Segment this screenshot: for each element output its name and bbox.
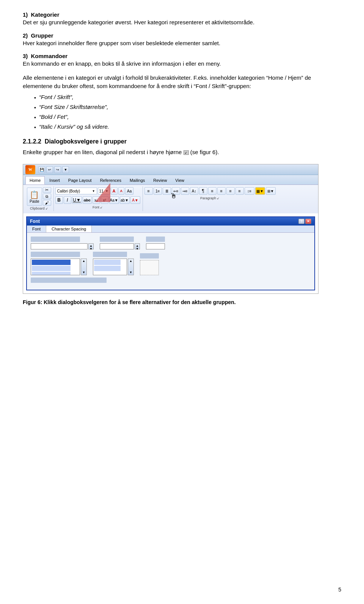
- para-row-1: ≡ 1≡ ≣ ⇐≡ ⇒≡ A↕ ¶: [144, 187, 207, 195]
- highlight-button[interactable]: ab▼: [120, 196, 130, 204]
- numbering-button[interactable]: 1≡: [154, 187, 162, 195]
- list-item: “Italic / Kursiv” og så videre.: [34, 123, 341, 131]
- list-item: “Font / Skrift”,: [34, 93, 341, 102]
- clipboard-group: 📋 Paste ✂ ⧉ 🖌 Clipboard ↙: [25, 186, 54, 211]
- font-dialog-body: ▲ ▼ ▲ ▼: [27, 233, 314, 290]
- paragraph-dialog-launcher[interactable]: ↙: [217, 197, 220, 200]
- tab-mailings[interactable]: Mailings: [126, 176, 149, 185]
- section-3-heading: 3) Kommandoer: [23, 53, 67, 59]
- subsection-text: Enkelte grupper har en liten, diagonal p…: [23, 148, 341, 157]
- quick-access-toolbar: 💾 ↩ ↪ ▼: [38, 166, 69, 173]
- text-effects-button[interactable]: Aa▼: [109, 196, 119, 204]
- dialog-scroll-field-2: ▲ ▼: [93, 252, 134, 275]
- justify-button[interactable]: ≡: [235, 187, 244, 195]
- section-kategorier: 1) Kategorier Det er sju grunnleggende k…: [23, 11, 341, 27]
- italic-button[interactable]: I: [64, 196, 71, 204]
- field-label-bar-3: [146, 237, 165, 242]
- font-dialog-launcher[interactable]: ↙: [100, 206, 103, 209]
- list-item: “Font Size / Skriftstørrelse”,: [34, 103, 341, 112]
- increase-indent-button[interactable]: ⇒≡: [181, 187, 189, 195]
- dialog-input-2[interactable]: [100, 243, 134, 249]
- dialog-input-3[interactable]: [146, 243, 165, 249]
- tab-insert[interactable]: Insert: [46, 176, 64, 185]
- dialog-row-2: ▲ ▼ ▲: [31, 252, 311, 275]
- tab-page-layout[interactable]: Page Layout: [64, 176, 96, 185]
- dialog-help-button[interactable]: ?: [298, 219, 304, 224]
- field-label-bar-2: [100, 237, 134, 242]
- decrease-indent-button[interactable]: ⇐≡: [172, 187, 180, 195]
- dialog-row-1: ▲ ▼ ▲ ▼: [31, 237, 311, 249]
- format-painter-button[interactable]: 🖌: [43, 200, 51, 206]
- section-1-text: Det er sju grunnleggende kategorier øver…: [23, 18, 341, 27]
- paragraph-label: Paragraph ↙: [144, 196, 276, 200]
- clipboard-label: Clipboard ↙: [27, 207, 51, 210]
- dotted-preview: [140, 260, 159, 275]
- font-group: Calibri (Body) ▼ 11 ▼ A A Aa B I: [54, 186, 143, 211]
- font-tab[interactable]: Font: [27, 226, 46, 232]
- dialog-field-3: [146, 237, 165, 249]
- dialog-controls: ? ✕: [298, 219, 311, 224]
- bold-button[interactable]: B: [55, 196, 63, 204]
- bullets-button[interactable]: ≡: [144, 187, 153, 195]
- clipboard-dialog-launcher[interactable]: ↙: [46, 207, 48, 210]
- dialog-input-1[interactable]: [31, 243, 88, 249]
- scroll-list-1[interactable]: [31, 259, 80, 275]
- multilevel-list-button[interactable]: ≣: [163, 187, 171, 195]
- ribbon-body: 📋 Paste ✂ ⧉ 🖌 Clipboard ↙: [23, 185, 318, 213]
- dialog-scroll-field-3: [140, 253, 159, 275]
- tab-review[interactable]: Review: [149, 176, 171, 185]
- font-size-dropdown[interactable]: 11 ▼: [98, 188, 110, 194]
- align-left-button[interactable]: ≡: [208, 187, 217, 195]
- redo-quick-btn[interactable]: ↪: [54, 166, 61, 173]
- section-kommandoer: 3) Kommandoer En kommando er en knapp, e…: [23, 53, 341, 68]
- font-name-dropdown[interactable]: Calibri (Body) ▼: [55, 188, 97, 194]
- shrink-font-button[interactable]: A: [118, 187, 125, 195]
- character-spacing-tab[interactable]: Character Spacing: [46, 226, 92, 232]
- font-row-1: Calibri (Body) ▼ 11 ▼ A A Aa: [55, 187, 140, 195]
- borders-button[interactable]: ⊞▼: [266, 187, 276, 195]
- center-button[interactable]: ≡: [217, 187, 226, 195]
- undo-quick-btn[interactable]: ↩: [46, 166, 53, 173]
- word-titlebar: W 💾 ↩ ↪ ▼: [23, 164, 318, 175]
- subsection-heading: 2.1.2.2 Dialogboksvelgere i grupper: [23, 138, 341, 145]
- dialog-field-1: ▲ ▼: [31, 237, 94, 249]
- scroll-btn-list-1[interactable]: ▲ ▼: [81, 259, 87, 275]
- list-item: “Bold / Fet”,: [34, 113, 341, 121]
- field-label-bar-1: [31, 237, 80, 242]
- dialog-launcher-icon: ↙: [184, 150, 189, 155]
- save-quick-btn[interactable]: 💾: [38, 166, 45, 173]
- dialog-row-3: [31, 278, 311, 284]
- dialog-scroll-field-1: ▲ ▼: [31, 252, 87, 275]
- section-1-heading: 1) Kategorier: [23, 11, 60, 18]
- dropdown-quick-btn[interactable]: ▼: [62, 166, 69, 173]
- change-case-button[interactable]: Aa: [125, 187, 133, 195]
- scroll-btn-list-2[interactable]: ▲ ▼: [128, 259, 134, 275]
- tab-home[interactable]: Home: [25, 176, 45, 185]
- align-right-button[interactable]: ≡: [226, 187, 235, 195]
- strikethrough-button[interactable]: abc: [83, 196, 92, 204]
- ribbon-tabs: Home Insert Page Layout References Maili…: [23, 175, 318, 185]
- paste-button[interactable]: 📋 Paste: [27, 188, 42, 206]
- dialog-close-button[interactable]: ✕: [305, 219, 311, 224]
- copy-button[interactable]: ⧉: [43, 194, 51, 199]
- office-button[interactable]: W: [25, 165, 35, 174]
- line-spacing-button[interactable]: ↕≡: [245, 187, 254, 195]
- paragraph-group: ≡ 1≡ ≣ ⇐≡ ⇒≡ A↕ ¶ ≡ ≡ ≡ ≡ ↕≡ ▦▼: [143, 186, 278, 211]
- tab-view[interactable]: View: [171, 176, 188, 185]
- tab-references[interactable]: References: [96, 176, 125, 185]
- superscript-button[interactable]: x²: [101, 196, 108, 204]
- dialog-field-2: ▲ ▼: [100, 237, 140, 249]
- show-marks-button[interactable]: ¶: [199, 187, 207, 195]
- scroll-field-label-2: [93, 252, 127, 257]
- clipboard-content: 📋 Paste ✂ ⧉ 🖌: [27, 187, 51, 206]
- underline-button[interactable]: U▼: [72, 196, 82, 204]
- scroll-btn-2[interactable]: ▲ ▼: [135, 243, 140, 249]
- cut-button[interactable]: ✂: [43, 187, 51, 193]
- sort-button[interactable]: A↕: [190, 187, 198, 195]
- shading-button[interactable]: ▦▼: [255, 187, 265, 195]
- scroll-list-2[interactable]: [93, 259, 127, 275]
- grow-font-button[interactable]: A: [111, 187, 118, 195]
- subscript-button[interactable]: x₂: [93, 196, 100, 204]
- font-color-button[interactable]: A▼: [130, 196, 140, 204]
- scroll-btn-1[interactable]: ▲ ▼: [88, 243, 94, 249]
